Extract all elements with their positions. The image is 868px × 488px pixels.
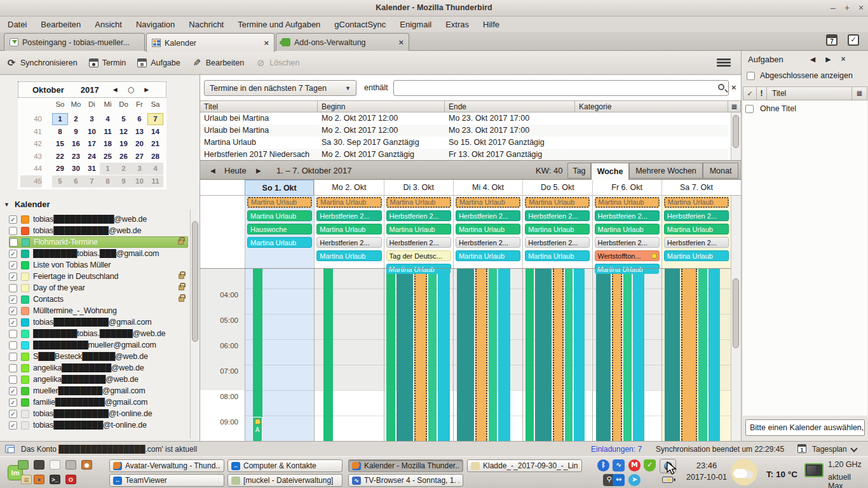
tab-addons[interactable]: Add-ons-Verwaltung×	[276, 33, 409, 51]
multiday-event-stripe[interactable]	[623, 269, 632, 441]
calendar-list-item[interactable]: ✓tobias█████████@t-online.de	[9, 419, 188, 431]
allday-event[interactable]: Martina Urlaub	[456, 250, 520, 261]
mini-calendar-day[interactable]: 1	[52, 113, 68, 125]
event-filter-dropdown[interactable]: Termine in den nächsten 7 Tagen▼	[204, 80, 356, 96]
column-picker-icon[interactable]: ▦	[728, 100, 741, 112]
menu-ansicht[interactable]: Ansicht	[95, 20, 122, 29]
multiday-event-stripe[interactable]	[633, 269, 644, 441]
termin-button[interactable]: Termin	[89, 58, 126, 67]
calendar-list-item[interactable]: ✓tobias███████████@web.de	[9, 214, 188, 225]
multiday-event-stripe[interactable]	[612, 269, 622, 441]
mini-calendar-next-icon[interactable]: ▶	[144, 86, 149, 93]
multiday-event-stripe[interactable]	[698, 269, 707, 441]
multiday-event-stripe[interactable]	[253, 269, 262, 441]
image-viewer-icon[interactable]	[34, 460, 44, 470]
mini-calendar-day[interactable]: 20	[132, 138, 147, 150]
firefox-icon[interactable]: ●	[34, 475, 44, 484]
calendar-list-item[interactable]: ✓familie█████████@gmail.com	[9, 396, 188, 408]
taskbar-button[interactable]: [muckel - Dateiverwaltung]	[227, 474, 342, 487]
calendar-checkbox[interactable]	[9, 376, 17, 384]
view-tab-tag[interactable]: Tag	[567, 163, 591, 179]
allday-event[interactable]: Hauswoche	[247, 224, 312, 234]
mini-calendar-day[interactable]: 30	[68, 163, 84, 175]
allday-event[interactable]: Herbstferien 2...	[595, 237, 660, 248]
mini-calendar-day[interactable]: 29	[52, 163, 68, 175]
calendar-checkbox[interactable]	[9, 353, 17, 361]
mini-calendar-day[interactable]: 10	[132, 175, 147, 187]
multiday-event-stripe[interactable]	[709, 269, 720, 441]
tasks-column-picker-icon[interactable]: ▦	[852, 86, 867, 100]
day-grid-column[interactable]	[453, 269, 522, 441]
allday-event[interactable]: Herbstferien 2...	[386, 210, 451, 221]
allday-event[interactable]: Martina Urlaub	[247, 210, 312, 221]
calendar-checkbox[interactable]: ✓	[9, 387, 17, 395]
calendar-checkbox[interactable]	[9, 364, 17, 372]
sidebar-scrollbar-thumb[interactable]	[192, 221, 198, 342]
allday-event[interactable]: Tag der Deutsc...	[386, 250, 451, 261]
multiday-event-stripe[interactable]	[397, 269, 413, 441]
table-row[interactable]: Martina UrlaubSa 30. Sep 2017 GanztägigS…	[200, 137, 728, 149]
allday-event[interactable]: Herbstferien 2...	[316, 210, 381, 221]
allday-column[interactable]: Martina UrlaubMartina UrlaubHauswocheMar…	[245, 196, 314, 268]
sidebar-scrollbar[interactable]	[190, 210, 200, 438]
view-tab-mehrere-wochen[interactable]: Mehrere Wochen	[629, 163, 703, 179]
bluetooth-icon[interactable]: ᛒ	[597, 459, 609, 471]
allday-event[interactable]: Wertstoffton...	[595, 250, 660, 261]
mini-calendar-day[interactable]: 31	[84, 163, 100, 175]
calendar-view-icon[interactable]: 7	[826, 34, 837, 46]
calendar-list-item[interactable]: ✓mueller████████@gmail.com	[9, 385, 188, 396]
taskbar-button[interactable]: ↔TeamViewer	[109, 474, 224, 487]
calendar-checkbox[interactable]: ✓	[9, 273, 17, 281]
mini-calendar-today-icon[interactable]: ○	[128, 86, 134, 93]
allday-event[interactable]: Herbstferien 2...	[664, 237, 729, 248]
allday-event[interactable]: Martina Urlaub	[316, 197, 381, 208]
calendar-checkbox[interactable]: ✓	[9, 295, 17, 304]
mini-calendar-day[interactable]: 10	[84, 126, 100, 138]
menu-gcontactsync[interactable]: gContactSync	[334, 20, 386, 29]
camera-icon[interactable]: ◉	[81, 460, 92, 470]
table-row[interactable]: Herbstferien 2017 NiedersachMo 2. Okt 20…	[200, 149, 728, 160]
telegram-icon[interactable]: ➤	[628, 474, 641, 486]
shield-check-icon[interactable]: ✓	[644, 459, 656, 471]
allday-column[interactable]: Martina UrlaubHerbstferien 2...Martina U…	[314, 196, 383, 268]
taskbar-button[interactable]: Kalender - Mozilla Thunder...	[348, 459, 463, 472]
calendar-checkbox[interactable]: ✓	[9, 307, 17, 315]
grid-event[interactable]: A	[252, 417, 262, 441]
tasks-next-icon[interactable]: ▶	[825, 55, 831, 64]
mini-calendar-day[interactable]: 6	[132, 113, 147, 125]
mini-calendar-day[interactable]: 6	[68, 175, 84, 187]
tasks-close-icon[interactable]: ×	[841, 55, 846, 64]
mini-calendar-day[interactable]: 8	[52, 126, 68, 138]
tasks-view-icon[interactable]: ✓	[848, 34, 859, 46]
mini-calendar-prev-icon[interactable]: ◀	[113, 86, 118, 93]
calendar-list-item[interactable]: ██████████mueller@gmail.com	[9, 339, 188, 351]
tab-inbox[interactable]: Posteingang - tobias-mueller...	[4, 33, 145, 51]
day-grid-column[interactable]	[661, 269, 731, 441]
gmail-icon[interactable]: M	[628, 459, 641, 471]
day-header[interactable]: Mo 2. Okt	[314, 180, 383, 196]
table-row[interactable]: Urlaub bei MartinaMo 2. Okt 2017 12:00Mo…	[200, 125, 728, 137]
calendar-checkbox[interactable]: ✓	[9, 421, 17, 430]
multiday-event-stripe[interactable]	[457, 269, 474, 441]
mini-calendar-day[interactable]: 2	[116, 163, 132, 175]
allday-column[interactable]: Martina UrlaubHerbstferien 2...Martina U…	[661, 196, 731, 268]
multiday-event-stripe[interactable]	[526, 269, 534, 441]
mini-calendar-day[interactable]: 16	[68, 138, 84, 150]
multiday-event-stripe[interactable]	[428, 269, 437, 441]
allday-event[interactable]: Martina Urlaub	[456, 224, 520, 234]
mini-calendar-day[interactable]: 8	[100, 175, 116, 187]
allday-event[interactable]: Martina Urlaub	[595, 264, 660, 268]
allday-event-overflow[interactable]: Martina Urlaub	[595, 269, 659, 274]
task-row[interactable]: Ohne Titel	[743, 103, 867, 114]
menu-enigmail[interactable]: Enigmail	[400, 20, 431, 29]
allday-event[interactable]: Martina Urlaub	[316, 224, 381, 234]
menu-extras[interactable]: Extras	[445, 20, 469, 29]
calendar-list-item[interactable]: angelika█████████@web.de	[9, 362, 188, 374]
dayplan-toggle[interactable]: Tagesplan	[812, 445, 847, 454]
show-completed-row[interactable]: Abgeschlossene anzeigen	[747, 71, 853, 80]
mini-calendar-day[interactable]: 4	[147, 163, 163, 175]
allday-event[interactable]: Martina Urlaub	[247, 237, 312, 248]
mini-calendar-day[interactable]: 3	[84, 113, 100, 125]
taskbar-button[interactable]: ↔Computer & Kontakte	[227, 459, 342, 472]
allday-event[interactable]: Martina Urlaub	[525, 224, 590, 234]
